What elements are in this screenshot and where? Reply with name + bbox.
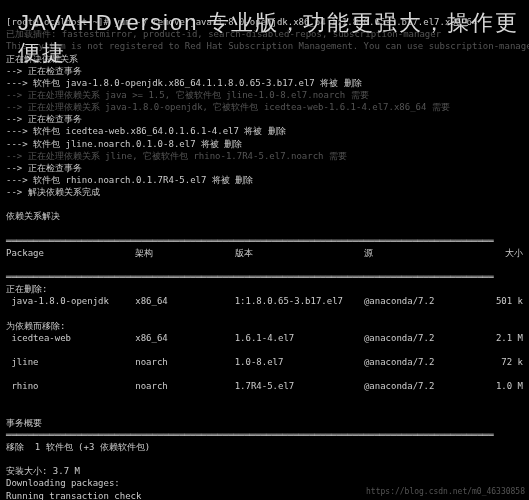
summary-label: 事务概要 [6,418,42,428]
table-row: jlinenoarch1.0-8.el7@anaconda/7.272 k [6,356,523,368]
removing-label: 正在删除: [6,284,47,294]
txn-line: --> 正在检查事务 [6,114,82,124]
txn-line: --> 正在检查事务 [6,163,82,173]
watermark-url: https://blog.csdn.net/m0_46330858 [366,487,525,498]
txn-line: ---> 软件包 jline.noarch.0.1.0-8.el7 将被 删除 [6,139,242,149]
txn-line: ---> 软件包 java-1.8.0-openjdk.x86_64.1.1.8… [6,78,362,88]
txn-line: ---> 软件包 rhino.noarch.0.1.7R4-5.el7 将被 删… [6,175,253,185]
table-row: rhinonoarch1.7R4-5.el7@anaconda/7.21.0 M [6,380,523,392]
txn-line: --> 正在处理依赖关系 java-1.8.0-openjdk, 它被软件包 i… [6,102,450,112]
dep-removing-label: 为依赖而移除: [6,321,65,331]
terminal-output: [root@localhost ~]# yum -y remove java-1… [0,0,529,500]
txn-line: --> 正在处理依赖关系 jline, 它被软件包 rhino-1.7R4-5.… [6,151,347,161]
install-size: 安装大小: 3.7 M [6,466,80,476]
divider: ════════════════════════════════════════… [6,430,494,440]
divider: ════════════════════════════════════════… [6,272,494,282]
downloading: Downloading packages: [6,478,120,488]
txn-line: --> 正在处理依赖关系 java >= 1.5, 它被软件包 jline-1.… [6,90,369,100]
txn-line: --> 解决依赖关系完成 [6,187,100,197]
watermark-title: JAVAHDversion 专业版，功能更强大，操作更便捷 [0,8,529,67]
table-row: java-1.8.0-openjdkx86_641:1.8.0.65-3.b17… [6,295,523,307]
divider: ════════════════════════════════════════… [6,236,494,246]
table-header: Package架构版本源大小 [6,247,523,259]
txn-line: ---> 软件包 icedtea-web.x86_64.0.1.6.1-4.el… [6,126,286,136]
table-row: icedtea-webx86_641.6.1-4.el7@anaconda/7.… [6,332,523,344]
remove-count: 移除 1 软件包 (+3 依赖软件包) [6,442,150,452]
txn-check: Running transaction check [6,491,141,500]
dep-resolved: 依赖关系解决 [6,211,60,221]
